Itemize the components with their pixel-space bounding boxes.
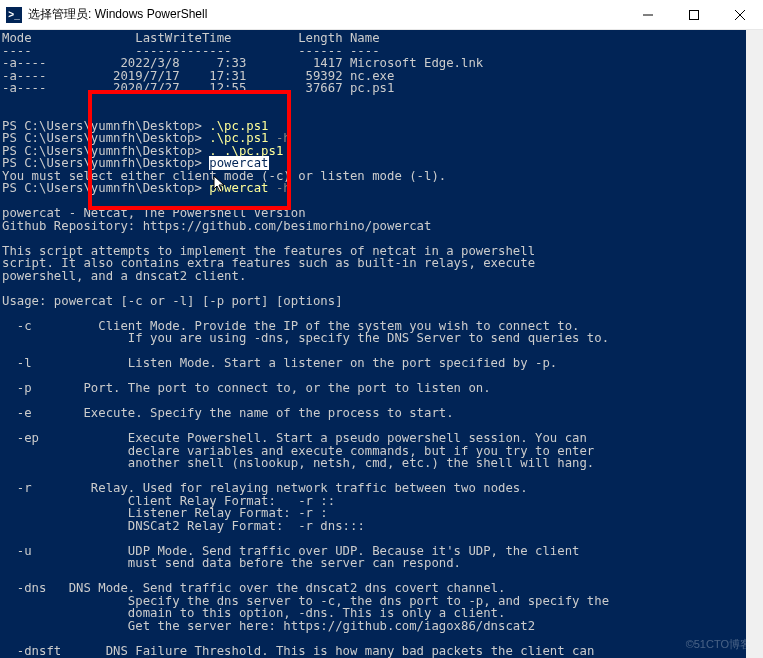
maximize-icon: [689, 10, 699, 20]
terminal-viewport[interactable]: Mode LastWriteTime Length Name---- -----…: [0, 30, 763, 658]
minimize-icon: [643, 10, 653, 20]
svg-rect-1: [690, 10, 699, 19]
window-controls: [625, 0, 763, 30]
close-button[interactable]: [717, 0, 763, 30]
titlebar: >_ 选择管理员: Windows PowerShell: [0, 0, 763, 30]
close-icon: [735, 10, 745, 20]
terminal-content: Mode LastWriteTime Length Name---- -----…: [0, 30, 763, 657]
window-title: 选择管理员: Windows PowerShell: [28, 6, 625, 23]
maximize-button[interactable]: [671, 0, 717, 30]
powershell-icon: >_: [6, 7, 22, 23]
minimize-button[interactable]: [625, 0, 671, 30]
vertical-scrollbar[interactable]: [746, 30, 763, 658]
watermark-text: ©51CTO博客: [686, 637, 751, 652]
